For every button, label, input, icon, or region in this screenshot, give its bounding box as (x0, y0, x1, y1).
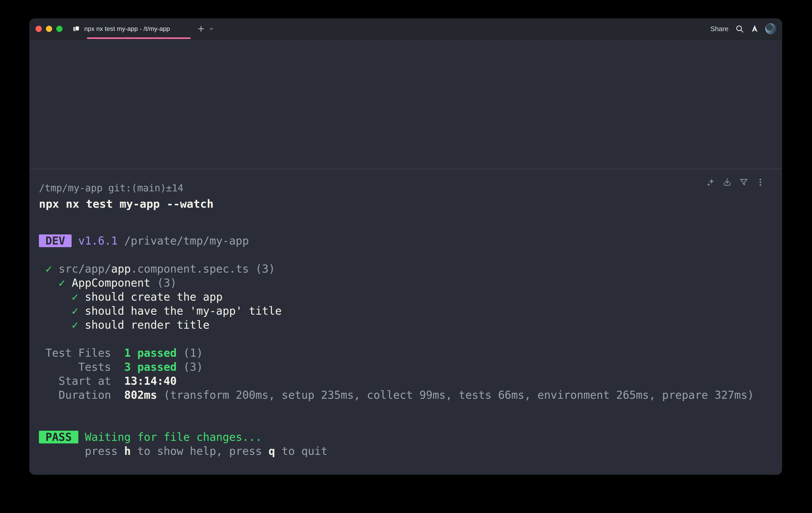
text-segment (111, 389, 124, 401)
close-button[interactable] (35, 26, 42, 32)
traffic-lights (35, 26, 62, 32)
text-segment (39, 445, 85, 457)
terminal-window: npx nx test my-app - /t/my-app Share (30, 19, 782, 475)
vitest-version: v1.6.1 (78, 235, 118, 247)
download-output-button[interactable] (722, 177, 732, 187)
hotkey-h: h (124, 445, 131, 457)
summary-label: Tests (78, 360, 111, 373)
filter-output-button[interactable] (739, 177, 749, 187)
summary-label: Start at (59, 375, 111, 387)
text-segment (39, 304, 71, 317)
text-segment (249, 263, 255, 275)
terminal-line: DEV v1.6.1 /private/tmp/my-app (39, 234, 766, 248)
new-tab-button[interactable] (196, 24, 206, 34)
summary-value: 3 passed (124, 360, 177, 373)
download-icon (723, 178, 732, 187)
test-name: should render title (85, 319, 209, 331)
chevron-down-icon (209, 26, 214, 31)
text-segment (157, 389, 164, 401)
text-segment (65, 276, 71, 289)
project-path: /private/tmp/my-app (124, 235, 249, 247)
text-segment (71, 235, 78, 247)
terminal-line: Test Files 1 passed (1) (39, 346, 766, 360)
window-titlebar: npx nx test my-app - /t/my-app Share (30, 19, 782, 39)
terminal-line: Tests 3 passed (3) (39, 360, 766, 374)
text-segment (78, 319, 85, 331)
terminal-line: Start at 13:14:40 (39, 374, 766, 388)
terminal-line: ✓ should render title (39, 318, 766, 332)
terminal-line: press h to show help, press q to quit (39, 444, 766, 458)
duration-breakdown: (transform 200ms, setup 235ms, collect 9… (164, 389, 754, 401)
command-block: /tmp/my-app git:(main)±14 npx nx test my… (30, 169, 782, 458)
terminal-line (39, 332, 766, 346)
block-output: DEV v1.6.1 /private/tmp/my-app ✓ src/app… (39, 234, 766, 458)
watch-status: Waiting for file changes... (85, 431, 262, 443)
titlebar-right-cluster: Share (710, 23, 776, 34)
hotkey-q: q (268, 445, 275, 457)
block-actions (706, 177, 765, 187)
warp-menu-button[interactable] (751, 25, 759, 33)
terminal-line: PASS Waiting for file changes... (39, 430, 766, 444)
text-segment: to show help, press (131, 445, 268, 457)
summary-value: 802ms (124, 389, 157, 401)
scrollback-area (30, 39, 782, 168)
test-count: (3) (157, 276, 177, 289)
text-segment (39, 389, 59, 401)
text-segment (39, 263, 46, 275)
prompt-context: /tmp/my-app git:(main)±14 (39, 181, 766, 195)
command-text: npx nx test my-app --watch (39, 195, 766, 212)
terminal-line: ✓ should create the app (39, 290, 766, 304)
summary-value: 13:14:40 (124, 375, 177, 387)
text-segment (39, 291, 71, 303)
tab-active[interactable]: npx nx test my-app - /t/my-app (72, 19, 192, 39)
text-segment (177, 360, 183, 373)
user-avatar[interactable] (765, 23, 776, 34)
test-name: should create the app (85, 291, 223, 303)
text-segment: to quit (275, 445, 327, 457)
pass-badge: PASS (39, 431, 78, 443)
text-segment (52, 263, 59, 275)
text-segment (39, 347, 46, 359)
terminal-line (39, 248, 766, 262)
summary-label: Duration (59, 389, 111, 401)
spec-file-ext: .component.spec.ts (131, 263, 249, 275)
text-segment (78, 304, 85, 317)
text-segment (39, 319, 71, 331)
tab-dropdown-button[interactable] (207, 24, 215, 34)
terminal-line: ✓ AppComponent (3) (39, 276, 766, 290)
tab-title: npx nx test my-app - /t/my-app (84, 25, 170, 32)
pages-icon (72, 25, 80, 33)
search-icon (735, 24, 744, 33)
search-button[interactable] (735, 24, 744, 33)
text-segment: (1) (183, 347, 203, 359)
text-segment (111, 360, 124, 373)
text-segment (78, 291, 85, 303)
warp-logo-icon (751, 25, 759, 33)
terminal-line: ✓ should have the 'my-app' title (39, 304, 766, 318)
sparkles-icon (706, 178, 715, 187)
kebab-menu-icon (756, 178, 765, 187)
text-segment (78, 431, 85, 443)
share-button[interactable]: Share (710, 25, 728, 33)
text-segment (118, 235, 124, 247)
ai-explain-button[interactable] (706, 177, 716, 187)
terminal-line (39, 416, 766, 430)
text-segment (111, 347, 124, 359)
zoom-button[interactable] (56, 26, 62, 32)
spec-file: app (111, 263, 131, 275)
text-segment (150, 276, 157, 289)
check-icon: ✓ (59, 276, 65, 289)
minimize-button[interactable] (46, 26, 52, 32)
active-tab-indicator (87, 37, 191, 39)
test-name: should have the 'my-app' title (85, 304, 282, 317)
filter-icon (739, 178, 749, 187)
block-more-menu-button[interactable] (755, 177, 765, 187)
summary-label: Test Files (46, 347, 111, 359)
text-segment (111, 375, 124, 387)
text-segment: (3) (183, 360, 203, 373)
plus-icon (197, 25, 205, 33)
text-segment (39, 276, 59, 289)
test-count: (3) (256, 263, 275, 275)
text-segment: press (85, 445, 124, 457)
spec-dir: src/app/ (59, 263, 111, 275)
